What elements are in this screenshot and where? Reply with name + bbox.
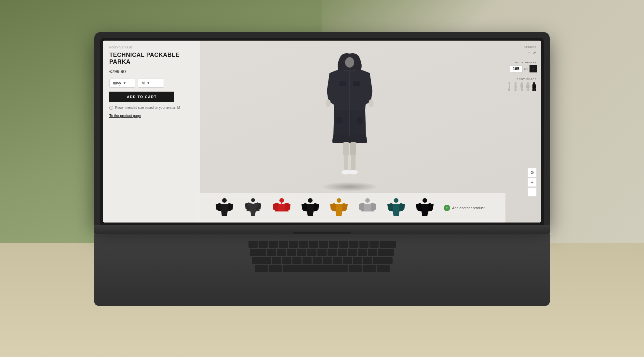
keyboard-key <box>349 241 358 248</box>
add-circle-icon: + <box>444 205 450 211</box>
svg-rect-17 <box>534 88 536 91</box>
zoom-out-icon: − <box>531 189 533 195</box>
right-panel: GENDER ♀ ♂ BODY HEIGHT 185 cm › <box>502 41 541 97</box>
svg-rect-16 <box>532 88 534 91</box>
color-dropdown[interactable]: navy ▼ <box>109 79 135 88</box>
list-item[interactable] <box>383 196 409 220</box>
keyboard-key <box>299 241 308 248</box>
size-dropdown[interactable]: M ▼ <box>138 79 164 88</box>
keyboard-key <box>272 257 281 264</box>
keyboard-key <box>302 257 312 264</box>
keyboard-key <box>339 241 348 248</box>
gender-label: GENDER <box>507 46 537 49</box>
keyboard-key <box>289 241 298 248</box>
settings-button[interactable]: ⚙ <box>528 168 537 177</box>
svg-point-37 <box>365 198 370 203</box>
keyboard-key <box>373 257 393 264</box>
keyboard-key <box>363 265 376 272</box>
svg-rect-13 <box>527 88 528 91</box>
svg-rect-10 <box>522 88 523 91</box>
selectors-row: navy ▼ M ▼ <box>109 79 194 88</box>
svg-rect-12 <box>526 84 530 88</box>
keyboard-key <box>255 265 268 272</box>
product-page-link[interactable]: To the product page <box>109 114 141 118</box>
svg-rect-6 <box>515 88 516 91</box>
list-item[interactable] <box>412 196 438 220</box>
zoom-in-button[interactable]: + <box>528 178 537 187</box>
product-strip: + Add another product <box>194 193 505 223</box>
add-to-cart-button[interactable]: ADD TO CART <box>109 92 174 102</box>
body-height-label: BODY HEIGHT <box>507 61 537 64</box>
keyboard-key <box>329 241 338 248</box>
height-increase-button[interactable]: › <box>530 65 537 72</box>
svg-point-19 <box>326 99 331 107</box>
keyboard-key <box>287 249 296 256</box>
spacebar-key <box>283 265 348 272</box>
gender-icons: ♀ ♂ <box>507 50 537 56</box>
viewport-controls: ⚙ + − <box>528 168 537 197</box>
svg-rect-22 <box>339 81 346 86</box>
svg-point-33 <box>279 198 284 203</box>
laptop-screen: KOOV V3.Y3.02 TECHNICAL PACKABLE PARKA €… <box>103 41 541 223</box>
svg-point-11 <box>527 82 529 84</box>
svg-point-0 <box>508 82 510 84</box>
keyboard-key <box>279 241 288 248</box>
list-item[interactable] <box>211 196 237 220</box>
screen-content: KOOV V3.Y3.02 TECHNICAL PACKABLE PARKA €… <box>103 41 541 223</box>
keyboard-key <box>269 265 282 272</box>
recommendation-text: i Recommended size based on your avatar:… <box>109 106 194 110</box>
mannequin-svg <box>317 52 382 188</box>
add-product-label: Add another product <box>452 206 485 210</box>
female-gender-icon[interactable]: ♀ <box>527 50 531 56</box>
3d-model-figure <box>317 52 382 188</box>
zoom-out-button[interactable]: − <box>528 187 537 197</box>
shape-slim-icon[interactable] <box>507 82 512 92</box>
list-item[interactable] <box>240 196 266 220</box>
list-item[interactable] <box>297 196 323 220</box>
product-title: TECHNICAL PACKABLE PARKA <box>109 52 194 66</box>
list-item[interactable] <box>355 196 381 220</box>
shape-regular-icon[interactable] <box>513 82 518 92</box>
keyboard-key <box>292 257 302 264</box>
version-tag: KOOV V3.Y3.02 <box>109 46 194 49</box>
keyboard-key <box>269 241 278 248</box>
svg-rect-27 <box>351 155 356 171</box>
screen-frame: KOOV V3.Y3.02 TECHNICAL PACKABLE PARKA €… <box>94 32 550 225</box>
chevron-down-icon: ▼ <box>123 81 126 85</box>
svg-rect-14 <box>528 88 529 91</box>
keyboard-key <box>250 249 266 256</box>
keyboard-key <box>252 257 271 264</box>
keyboard-key <box>333 257 342 264</box>
svg-rect-24 <box>343 142 349 155</box>
keyboard-key <box>267 249 276 256</box>
list-item[interactable] <box>326 196 352 220</box>
gear-icon: ⚙ <box>530 170 534 175</box>
svg-point-30 <box>345 57 354 68</box>
svg-point-20 <box>369 99 374 107</box>
laptop-hinge <box>94 225 550 234</box>
shape-icons <box>507 82 537 92</box>
svg-rect-7 <box>516 88 517 91</box>
keyboard-key <box>282 257 291 264</box>
svg-point-35 <box>308 198 313 203</box>
laptop-frame: KOOV V3.Y3.02 TECHNICAL PACKABLE PARKA €… <box>94 32 550 306</box>
shape-athletic-icon[interactable] <box>519 82 524 92</box>
keyboard-key <box>369 241 379 248</box>
keyboard-key <box>319 241 328 248</box>
svg-rect-9 <box>521 88 522 91</box>
male-gender-icon[interactable]: ♂ <box>533 50 537 56</box>
shape-heavy-icon[interactable] <box>531 82 537 92</box>
keyboard-key <box>359 241 369 248</box>
svg-point-31 <box>222 198 227 203</box>
svg-point-29 <box>349 170 358 174</box>
shape-broad-icon[interactable] <box>525 82 530 92</box>
list-item[interactable] <box>269 196 295 220</box>
screen-bezel: KOOV V3.Y3.02 TECHNICAL PACKABLE PARKA €… <box>100 38 544 225</box>
keyboard-key <box>309 241 318 248</box>
svg-rect-1 <box>509 84 510 88</box>
model-area <box>194 41 505 200</box>
add-product-button[interactable]: + Add another product <box>440 203 488 213</box>
laptop-keyboard <box>94 234 550 306</box>
height-unit: cm <box>524 67 528 70</box>
keyboard-key <box>380 241 396 248</box>
